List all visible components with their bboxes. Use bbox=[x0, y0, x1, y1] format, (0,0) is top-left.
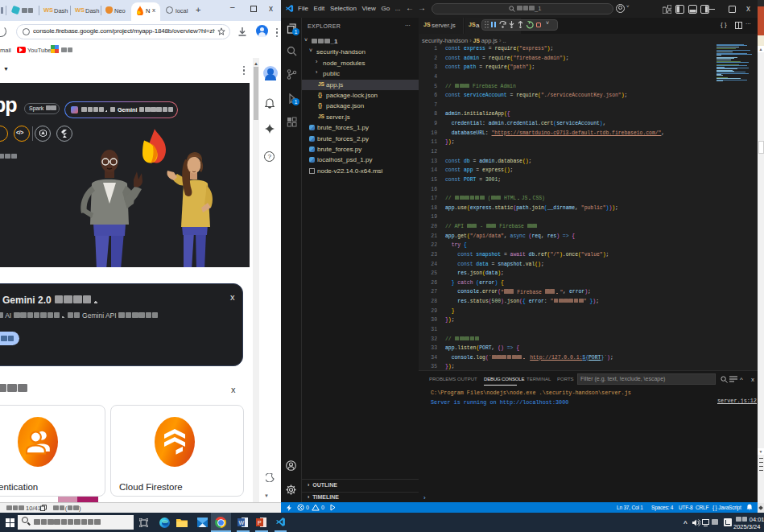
svg-text:P: P bbox=[258, 520, 262, 526]
svg-text:W: W bbox=[239, 520, 245, 526]
